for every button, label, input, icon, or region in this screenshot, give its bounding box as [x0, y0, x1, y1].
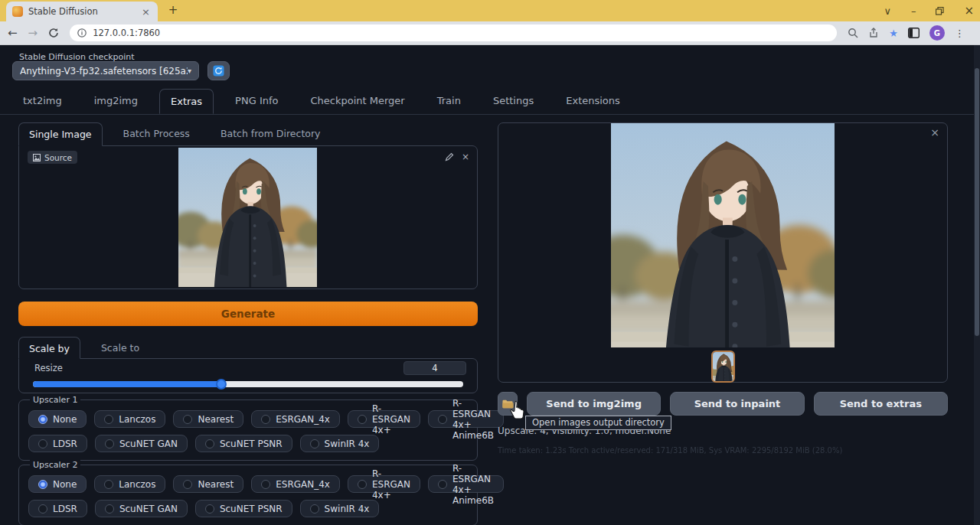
browser-menu-icon[interactable]: ⋮ — [955, 28, 965, 39]
gallery-close-icon[interactable]: × — [930, 126, 939, 139]
upscaler-2-label: Upscaler 2 — [30, 460, 80, 470]
radio-ldsr[interactable]: LDSR — [28, 435, 87, 452]
tab-single-image[interactable]: Single Image — [18, 122, 103, 146]
tab-close-icon[interactable]: × — [140, 6, 152, 18]
reload-button[interactable] — [48, 28, 59, 38]
radio-icon — [358, 415, 367, 424]
radio-icon — [38, 415, 47, 424]
resize-label: Resize — [34, 363, 63, 373]
radio-r-esrgan-anime6b[interactable]: R-ESRGAN 4x+ Anime6B — [428, 475, 504, 493]
radio-scunet-psnr[interactable]: ScuNET PSNR — [195, 435, 292, 452]
side-panel-icon[interactable] — [908, 28, 920, 38]
radio-icon — [438, 480, 447, 489]
radio-icon — [105, 439, 114, 448]
radio-lanczos[interactable]: Lanczos — [94, 475, 165, 493]
share-icon[interactable] — [868, 28, 879, 38]
radio-ldsr[interactable]: LDSR — [28, 500, 87, 517]
radio-lanczos[interactable]: Lanczos — [94, 410, 165, 428]
upscaler-1-row-1: None Lanczos Nearest ESRGAN_4x R-ESRGAN … — [28, 410, 504, 428]
scrollbar-thumb[interactable] — [975, 68, 979, 336]
window-chevron-icon[interactable]: ∨ — [884, 6, 891, 16]
radio-icon — [183, 415, 192, 424]
radio-icon — [310, 439, 319, 448]
refresh-checkpoints-button[interactable] — [207, 61, 230, 80]
window-minimize-icon[interactable]: – — [911, 6, 916, 16]
zoom-icon[interactable] — [848, 28, 858, 38]
window-maximize-icon[interactable] — [936, 7, 944, 15]
radio-swinir-4x[interactable]: SwinIR 4x — [300, 500, 380, 517]
tab-batch-from-directory[interactable]: Batch from Directory — [211, 122, 331, 146]
upscaler-2-row-2: LDSR ScuNET GAN ScuNET PSNR SwinIR 4x — [28, 500, 379, 517]
bookmark-star-icon[interactable]: ★ — [889, 28, 898, 39]
main-tabs: txt2img img2img Extras PNG Info Checkpoi… — [12, 89, 642, 114]
output-image[interactable] — [611, 123, 835, 347]
resize-value-input[interactable]: 4 — [403, 361, 466, 375]
tab-checkpoint-merger[interactable]: Checkpoint Merger — [299, 89, 415, 114]
source-mode-tabs: Single Image Batch Process Batch from Di… — [18, 122, 478, 146]
tab-extras[interactable]: Extras — [159, 89, 214, 114]
generate-button[interactable]: Generate — [18, 302, 478, 326]
slider-handle[interactable] — [216, 379, 227, 390]
tab-train[interactable]: Train — [426, 89, 472, 114]
page-scrollbar[interactable] — [974, 45, 980, 525]
scale-by-panel: Resize 4 — [18, 358, 478, 393]
resize-slider[interactable] — [33, 381, 463, 387]
site-favicon-icon — [12, 6, 23, 17]
extras-output-column: × Send to img2img Send to inpaint Sen — [498, 122, 948, 383]
tab-img2img[interactable]: img2img — [83, 89, 149, 114]
output-thumbnail-selected[interactable] — [711, 351, 735, 383]
browser-window: Stable Diffusion × + ∨ – × ← → 127.0.0.1… — [0, 0, 980, 525]
tab-scale-to[interactable]: Scale to — [91, 337, 149, 359]
radio-esrgan-4x[interactable]: ESRGAN_4x — [251, 410, 340, 428]
mouse-cursor — [510, 401, 527, 421]
radio-icon — [205, 439, 214, 448]
radio-icon — [261, 480, 270, 489]
tab-png-info[interactable]: PNG Info — [224, 89, 289, 114]
radio-nearest[interactable]: Nearest — [173, 475, 243, 493]
folder-button-tooltip: Open images output directory — [525, 416, 671, 430]
send-to-extras-button[interactable]: Send to extras — [814, 392, 948, 416]
window-close-icon[interactable]: × — [964, 5, 974, 17]
scale-mode-tabs: Scale by Scale to — [18, 337, 478, 359]
upscaler-1-row-2: LDSR ScuNET GAN ScuNET PSNR SwinIR 4x — [28, 435, 379, 452]
new-tab-button[interactable]: + — [165, 3, 181, 17]
send-to-img2img-button[interactable]: Send to img2img — [527, 392, 661, 416]
radio-r-esrgan-4x[interactable]: R-ESRGAN 4x+ — [348, 410, 420, 428]
browser-tab[interactable]: Stable Diffusion × — [6, 2, 158, 21]
tab-extensions[interactable]: Extensions — [555, 89, 631, 114]
radio-r-esrgan-anime6b[interactable]: R-ESRGAN 4x+ Anime6B — [428, 410, 504, 428]
radio-icon — [38, 439, 47, 448]
source-image-dropzone[interactable]: Source × — [18, 145, 478, 289]
source-chip-label: Source — [44, 153, 72, 162]
site-info-icon[interactable] — [77, 28, 87, 38]
tab-txt2img[interactable]: txt2img — [12, 89, 73, 114]
tab-title: Stable Diffusion — [28, 6, 135, 17]
radio-icon — [358, 480, 367, 489]
extras-left-column: Single Image Batch Process Batch from Di… — [18, 122, 478, 525]
radio-scunet-gan[interactable]: ScuNET GAN — [95, 500, 188, 517]
url-text: 127.0.0.1:7860 — [93, 28, 160, 38]
tab-scale-by[interactable]: Scale by — [18, 337, 80, 359]
radio-esrgan-4x[interactable]: ESRGAN_4x — [251, 475, 340, 493]
tab-batch-process[interactable]: Batch Process — [113, 122, 200, 146]
profile-avatar[interactable]: G — [929, 25, 945, 41]
radio-scunet-gan[interactable]: ScuNET GAN — [95, 435, 188, 452]
radio-swinir-4x[interactable]: SwinIR 4x — [300, 435, 380, 452]
refresh-icon — [213, 65, 224, 77]
edit-pencil-icon[interactable] — [445, 152, 454, 161]
tabs-divider — [0, 114, 980, 115]
radio-nearest[interactable]: Nearest — [173, 410, 243, 428]
back-button[interactable]: ← — [8, 28, 18, 39]
upscaler-2-group: Upscaler 2 None Lanczos Nearest ESRGAN_4… — [18, 465, 478, 525]
clear-image-icon[interactable]: × — [462, 152, 469, 162]
radio-none[interactable]: None — [28, 475, 87, 493]
send-to-inpaint-button[interactable]: Send to inpaint — [670, 392, 804, 416]
radio-r-esrgan-4x[interactable]: R-ESRGAN 4x+ — [348, 475, 420, 493]
radio-scunet-psnr[interactable]: ScuNET PSNR — [195, 500, 292, 517]
forward-button[interactable]: → — [28, 28, 38, 39]
radio-none[interactable]: None — [28, 410, 87, 428]
upscaler-1-label: Upscaler 1 — [30, 395, 80, 405]
tab-settings[interactable]: Settings — [482, 89, 544, 114]
url-bar[interactable]: 127.0.0.1:7860 — [70, 24, 837, 41]
checkpoint-select[interactable]: Anything-V3-fp32.safetensors [625a2ba2] … — [12, 61, 199, 80]
